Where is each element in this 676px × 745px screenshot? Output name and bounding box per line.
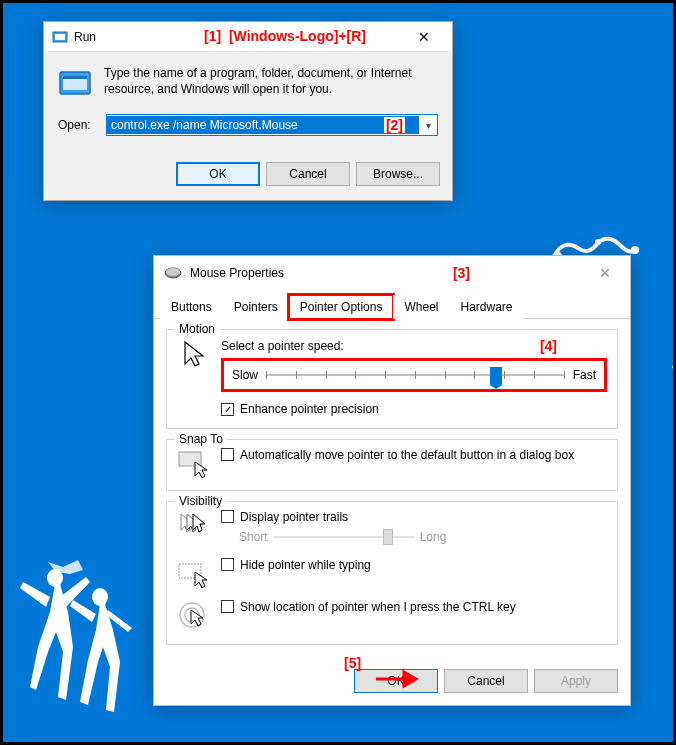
pointer-speed-slider-area: Slow Fast — [221, 358, 607, 392]
slider-thumb[interactable] — [490, 367, 502, 385]
visibility-legend: Visibility — [175, 494, 226, 508]
tab-buttons[interactable]: Buttons — [160, 295, 223, 319]
dancers-decoration — [8, 552, 148, 732]
svg-point-3 — [595, 239, 601, 245]
tabs-row: Buttons Pointers Pointer Options Wheel H… — [154, 294, 630, 319]
mouse-properties-dialog: Mouse Properties [3] × Buttons Pointers … — [153, 255, 631, 706]
enhance-precision-checkbox[interactable]: ✓ — [221, 403, 234, 416]
motion-legend: Motion — [175, 322, 219, 336]
ok-button[interactable]: OK — [176, 162, 260, 186]
run-titlebar: Run [1] [Windows-Logo]+[R] ✕ — [44, 22, 452, 52]
open-label: Open: — [58, 118, 98, 132]
snapto-checkbox[interactable] — [221, 448, 234, 461]
callout-5: [5] — [344, 655, 361, 671]
pointer-speed-label: Select a pointer speed: — [221, 339, 344, 353]
snapto-label: Automatically move pointer to the defaul… — [240, 448, 574, 462]
svg-rect-9 — [63, 76, 87, 79]
motion-group: Motion Select a pointer speed: [4] Slow — [166, 329, 618, 429]
mouse-title: Mouse Properties — [190, 266, 453, 280]
apply-button[interactable]: Apply — [534, 669, 618, 693]
trails-label: Display pointer trails — [240, 510, 348, 524]
tab-hardware[interactable]: Hardware — [449, 295, 523, 319]
snapto-legend: Snap To — [175, 432, 227, 446]
callout-4: [4] — [540, 338, 557, 354]
svg-point-1 — [92, 588, 108, 606]
cancel-button[interactable]: Cancel — [444, 669, 528, 693]
arrow-icon — [374, 669, 424, 689]
run-dialog: Run [1] [Windows-Logo]+[R] ✕ Type the na… — [43, 21, 453, 201]
close-button[interactable]: ✕ — [404, 23, 444, 51]
chevron-down-icon[interactable]: ▾ — [419, 120, 437, 131]
ctrl-locate-label: Show location of pointer when I press th… — [240, 600, 516, 614]
open-input[interactable] — [107, 116, 419, 134]
visibility-group: Visibility Display pointer trails Short — [166, 501, 618, 645]
svg-point-4 — [631, 246, 639, 254]
ctrl-locate-icon — [177, 600, 211, 630]
svg-point-11 — [166, 268, 180, 276]
short-label: Short — [239, 530, 268, 544]
svg-rect-6 — [55, 34, 65, 40]
open-combobox[interactable]: [2] ▾ — [106, 114, 438, 136]
cursor-icon — [177, 338, 211, 372]
trails-checkbox[interactable] — [221, 510, 234, 523]
watermark-text: www.SoftwareOK.com :-) — [671, 149, 677, 372]
run-title-icon — [52, 29, 68, 45]
ctrl-locate-checkbox[interactable] — [221, 600, 234, 613]
callout-2: [2] — [384, 117, 405, 133]
run-program-icon — [58, 66, 94, 100]
callout-3: [3] — [453, 265, 470, 281]
mouse-titlebar: Mouse Properties [3] × — [154, 256, 630, 290]
hide-typing-icon — [177, 558, 211, 588]
hide-typing-checkbox[interactable] — [221, 558, 234, 571]
pointer-speed-slider[interactable] — [266, 365, 565, 385]
mouse-icon — [164, 267, 182, 279]
snapto-group: Snap To Automatically move pointer to th… — [166, 439, 618, 491]
close-icon[interactable]: × — [590, 263, 620, 284]
long-label: Long — [420, 530, 447, 544]
hide-typing-label: Hide pointer while typing — [240, 558, 371, 572]
run-description: Type the name of a program, folder, docu… — [104, 66, 438, 100]
tab-pointer-options[interactable]: Pointer Options — [289, 295, 394, 319]
trails-thumb — [383, 529, 393, 545]
trails-slider — [274, 528, 414, 546]
enhance-precision-label: Enhance pointer precision — [240, 402, 379, 416]
fast-label: Fast — [573, 368, 596, 382]
browse-button[interactable]: Browse... — [356, 162, 440, 186]
cancel-button[interactable]: Cancel — [266, 162, 350, 186]
slow-label: Slow — [232, 368, 258, 382]
snapto-icon — [177, 448, 211, 478]
callout-1: [1] [Windows-Logo]+[R] — [204, 28, 366, 44]
tab-pointers[interactable]: Pointers — [223, 295, 289, 319]
tab-wheel[interactable]: Wheel — [393, 295, 449, 319]
trails-icon — [177, 510, 211, 540]
